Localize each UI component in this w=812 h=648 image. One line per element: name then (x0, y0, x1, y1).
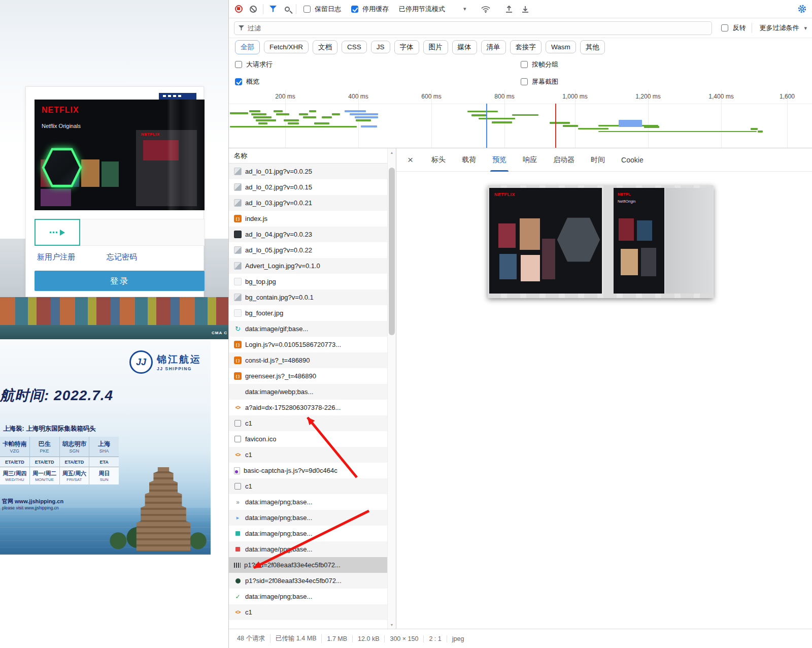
detail-tab[interactable]: 启动器 (553, 148, 574, 172)
filter-chip[interactable]: CSS (342, 41, 367, 53)
request-row[interactable]: basic-captcha-js.js?v=9d0c464c (229, 463, 387, 478)
request-row[interactable]: index.js (229, 211, 387, 226)
scroll-up-icon[interactable]: ▲ (388, 148, 396, 156)
captcha-slider-handle[interactable] (35, 219, 80, 246)
request-row[interactable]: data:image/png;base... (229, 494, 387, 510)
network-overview-timeline[interactable]: 200 ms400 ms600 ms800 ms1,000 ms1,200 ms… (229, 90, 812, 148)
request-row[interactable]: c1 (229, 478, 387, 494)
request-row[interactable]: bg_contain.jpg?v=0.0.1 (229, 289, 387, 305)
more-filters-button[interactable]: 更多过滤条件 ▾ (759, 23, 807, 33)
big-request-rows-checkbox[interactable]: 大请求行 (235, 60, 273, 69)
request-row[interactable]: ad_lo_05.jpg?v=0.0.22 (229, 242, 387, 258)
file-type-icon (234, 545, 242, 553)
list-scrollbar[interactable]: ▲ ▼ (387, 148, 396, 629)
login-button[interactable]: 登录 (35, 271, 205, 291)
clear-button[interactable] (250, 6, 257, 13)
scroll-down-icon[interactable]: ▼ (388, 621, 396, 629)
request-row[interactable]: c1 (229, 604, 387, 620)
request-row[interactable]: greenseer.js?_t=486890 (229, 368, 387, 384)
disable-cache-checkbox[interactable]: 停用缓存 (351, 5, 389, 14)
summary-item: 1.7 MB (322, 635, 353, 642)
filter-chip[interactable]: Wasm (546, 41, 576, 53)
request-name: bg_contain.jpg?v=0.0.1 (245, 294, 314, 301)
filter-chip[interactable]: 全部 (235, 40, 260, 54)
chevron-down-icon[interactable]: ▾ (463, 6, 466, 12)
detail-tab[interactable]: 标头 (431, 148, 446, 172)
request-name: data:image/png;base... (245, 530, 312, 537)
record-button[interactable] (235, 5, 243, 13)
filter-chip[interactable]: Fetch/XHR (264, 41, 309, 53)
day-name: 周五/周六 (62, 470, 86, 477)
request-row[interactable]: data:image/webp;bas... (229, 384, 387, 400)
throttling-select[interactable]: 已停用节流模式 (399, 5, 445, 14)
request-row[interactable]: data:image/png;base... (229, 541, 387, 557)
request-row[interactable]: bg_footer.jpg (229, 305, 387, 321)
detail-tab[interactable]: 载荷 (462, 148, 476, 172)
request-row[interactable]: favicon.ico (229, 431, 387, 447)
export-har-icon[interactable] (521, 5, 529, 13)
filter-chip[interactable]: 清单 (481, 40, 506, 54)
port-cell: 卡帕特南 VZG (0, 437, 29, 457)
slider-arrow-icon (60, 230, 65, 236)
disable-cache-label: 停用缓存 (362, 5, 389, 14)
overview-checkbox[interactable]: 概览 (235, 77, 259, 86)
filter-chip[interactable]: 套接字 (510, 40, 542, 54)
request-row[interactable]: data:image/png;base... (229, 510, 387, 526)
filter-toggle-icon[interactable] (269, 6, 277, 12)
detail-tab[interactable]: 时间 (591, 148, 605, 172)
name-column-header[interactable]: 名称 (229, 148, 396, 164)
detail-tab[interactable]: Cookie (621, 148, 644, 172)
settings-gear-icon[interactable] (797, 4, 807, 14)
file-type-icon (234, 577, 242, 585)
file-type-icon (234, 325, 242, 333)
schedule-column: 胡志明市 SGN ETA/ETD 周五/周六 FRI/SAT (60, 437, 90, 484)
file-type-icon (234, 309, 242, 317)
filter-chip[interactable]: 文档 (313, 40, 337, 54)
request-name: favicon.ico (245, 435, 276, 443)
group-by-frame-checkbox[interactable]: 按帧分组 (521, 60, 558, 69)
screenshots-checkbox[interactable]: 屏幕截图 (521, 77, 558, 86)
day-name: 周一/周二 (32, 470, 56, 477)
request-row[interactable]: ad_lo_02.jpg?v=0.0.15 (229, 179, 387, 195)
filter-chip[interactable]: JS (371, 41, 390, 53)
preserve-log-checkbox[interactable]: 保留日志 (303, 5, 341, 14)
request-row[interactable]: Advert_Login.jpg?v=0.1.0 (229, 258, 387, 274)
port-name: 卡帕特南 (3, 440, 27, 448)
request-row[interactable]: bg_top.jpg (229, 274, 387, 289)
checkbox-icon (721, 24, 728, 31)
request-name: p1?sid=2f08eaaf33e4ec5fb072... (245, 577, 342, 585)
request-name: c1 (245, 482, 252, 490)
detail-tab[interactable]: 预览 (492, 148, 506, 172)
checkbox-icon (521, 78, 528, 85)
search-icon[interactable] (285, 7, 290, 12)
request-row[interactable]: p1?sid=2f08eaaf33e4ec5fb072... (229, 557, 387, 573)
request-row[interactable]: ad_lo_04.jpg?v=0.0.23 (229, 226, 387, 242)
request-row[interactable]: ad_lo_03.jpg?v=0.0.21 (229, 195, 387, 211)
checkbox-icon (235, 61, 242, 68)
request-row[interactable]: a?aid=dx-1752806307378-226... (229, 400, 387, 415)
request-name: Login.js?v=0.01051586720773... (245, 341, 341, 348)
request-row[interactable]: Login.js?v=0.01051586720773... (229, 337, 387, 352)
invert-filter-checkbox[interactable]: 反转 (721, 23, 746, 33)
filter-input[interactable] (248, 24, 707, 32)
filter-chip[interactable]: 其他 (580, 40, 605, 54)
filter-chip[interactable]: 图片 (423, 40, 448, 54)
detail-tab[interactable]: 响应 (523, 148, 537, 172)
import-har-icon[interactable] (505, 5, 513, 13)
request-row[interactable]: data:image/png;base... (229, 526, 387, 541)
filter-chip[interactable]: 字体 (394, 40, 419, 54)
network-conditions-icon[interactable] (481, 5, 491, 13)
filter-chip[interactable]: 媒体 (452, 40, 477, 54)
close-icon[interactable]: × (408, 155, 413, 165)
scrollbar-thumb[interactable] (389, 168, 395, 335)
request-row[interactable]: data:image/png;base... (229, 589, 387, 604)
forgot-password-link[interactable]: 忘记密码 (107, 252, 137, 262)
request-row[interactable]: p1?sid=2f08eaaf33e4ec5fb072... (229, 573, 387, 589)
request-row[interactable]: ad_lo_01.jpg?v=0.0.25 (229, 164, 387, 179)
register-link[interactable]: 新用户注册 (37, 252, 75, 262)
request-row[interactable]: c1 (229, 415, 387, 431)
summary-item: 2 : 1 (424, 635, 447, 642)
request-row[interactable]: data:image/gif;base... (229, 321, 387, 337)
request-row[interactable]: const-id.js?_t=486890 (229, 352, 387, 368)
request-row[interactable]: c1 (229, 447, 387, 463)
